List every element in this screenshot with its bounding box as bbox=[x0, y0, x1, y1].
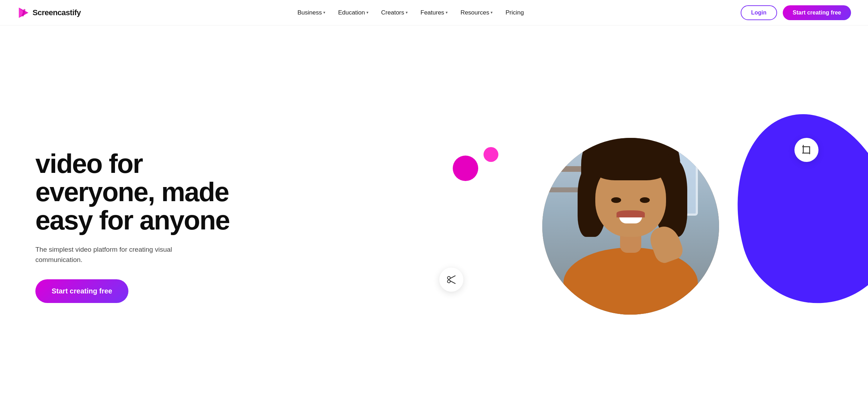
woman-image bbox=[542, 138, 719, 315]
hero-headline: video for everyone, made easy for anyone bbox=[35, 150, 241, 234]
decorative-dot-small bbox=[484, 147, 498, 162]
woman-eye-left bbox=[611, 197, 621, 203]
brand-name: Screencastify bbox=[33, 8, 81, 17]
chevron-down-icon: ▾ bbox=[323, 10, 325, 15]
hero-content: video for everyone, made easy for anyone… bbox=[35, 150, 241, 303]
nav-item-resources[interactable]: Resources ▾ bbox=[461, 9, 493, 16]
nav-links: Business ▾ Education ▾ Creators ▾ Featur… bbox=[297, 9, 524, 16]
nav-item-business[interactable]: Business ▾ bbox=[297, 9, 325, 16]
woman-hair-top bbox=[592, 138, 670, 180]
hero-photo-circle bbox=[542, 138, 719, 315]
chevron-down-icon: ▾ bbox=[406, 10, 408, 15]
start-creating-button-nav[interactable]: Start creating free bbox=[783, 5, 851, 20]
logo[interactable]: Screencastify bbox=[17, 6, 81, 19]
woman-eye-right bbox=[640, 197, 650, 203]
navbar: Screencastify Business ▾ Education ▾ Cre… bbox=[0, 0, 868, 25]
start-creating-button-hero[interactable]: Start creating free bbox=[35, 279, 128, 303]
logo-icon bbox=[17, 6, 30, 19]
nav-item-creators[interactable]: Creators ▾ bbox=[381, 9, 408, 16]
scissors-icon bbox=[446, 274, 457, 285]
hero-subheadline: The simplest video platform for creating… bbox=[35, 244, 191, 265]
nav-item-pricing[interactable]: Pricing bbox=[505, 9, 524, 16]
purple-arc-decoration bbox=[714, 96, 868, 320]
chevron-down-icon: ▾ bbox=[491, 10, 493, 15]
hero-section: video for everyone, made easy for anyone… bbox=[0, 25, 868, 420]
nav-item-features[interactable]: Features ▾ bbox=[421, 9, 448, 16]
login-button[interactable]: Login bbox=[741, 5, 777, 20]
svg-line-9 bbox=[450, 276, 455, 279]
nav-actions: Login Start creating free bbox=[741, 5, 851, 20]
decorative-dot-large bbox=[453, 156, 478, 181]
woman-lips bbox=[617, 210, 645, 217]
hero-visual bbox=[422, 106, 840, 346]
chevron-down-icon: ▾ bbox=[366, 10, 369, 15]
woman-figure bbox=[542, 138, 719, 315]
scissors-icon-button bbox=[439, 268, 463, 292]
chevron-down-icon: ▾ bbox=[446, 10, 448, 15]
crop-icon-button bbox=[794, 138, 818, 162]
crop-icon bbox=[801, 145, 812, 155]
nav-item-education[interactable]: Education ▾ bbox=[338, 9, 369, 16]
svg-line-10 bbox=[450, 281, 455, 284]
